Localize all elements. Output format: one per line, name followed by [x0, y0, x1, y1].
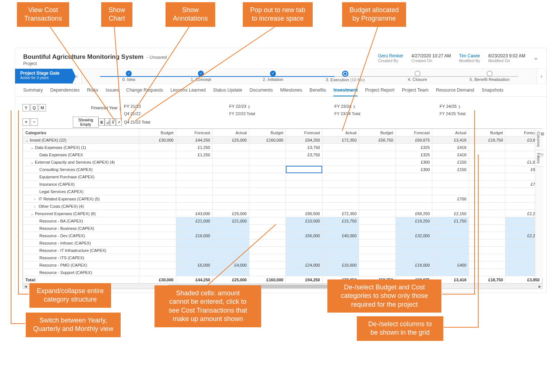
value-cell[interactable]: [322, 203, 359, 210]
header-expand-button[interactable]: ⌄: [533, 53, 538, 61]
value-cell[interactable]: [322, 144, 359, 151]
value-cell[interactable]: [432, 254, 469, 261]
header-meta-value[interactable]: Gero Renker: [378, 53, 404, 58]
value-cell[interactable]: £16,000: [176, 232, 213, 239]
value-cell[interactable]: [249, 269, 286, 276]
column-header-forecast[interactable]: Forecast: [395, 129, 432, 136]
category-cell[interactable]: Resource - Business (CAPEX): [23, 225, 139, 232]
value-cell[interactable]: £4,000: [213, 261, 249, 269]
value-cell[interactable]: [432, 181, 469, 188]
category-cell[interactable]: Insurance (CAPEX): [23, 181, 139, 188]
value-cell[interactable]: [213, 254, 249, 261]
value-cell[interactable]: [176, 269, 213, 276]
value-cell[interactable]: [322, 195, 359, 203]
value-cell[interactable]: [286, 158, 323, 166]
value-cell[interactable]: [395, 254, 432, 261]
value-cell[interactable]: [176, 173, 213, 181]
fy-header[interactable]: FY 21/22: [122, 104, 227, 111]
value-cell[interactable]: [359, 261, 396, 269]
expand-all-button[interactable]: +: [22, 118, 30, 126]
value-cell[interactable]: [322, 225, 359, 232]
value-cell[interactable]: [139, 166, 176, 173]
value-cell[interactable]: [359, 203, 396, 210]
value-cell[interactable]: [213, 151, 249, 158]
value-cell[interactable]: [359, 166, 396, 173]
category-cell[interactable]: Resource - BA (CAPEX): [23, 217, 139, 225]
value-cell[interactable]: [469, 173, 505, 181]
period-year-button[interactable]: Y: [22, 104, 30, 111]
value-cell[interactable]: £6,000: [176, 261, 213, 269]
value-cell[interactable]: [469, 232, 505, 239]
value-cell[interactable]: [322, 247, 359, 254]
value-cell[interactable]: [432, 188, 469, 195]
value-cell[interactable]: [469, 247, 505, 254]
value-cell[interactable]: [359, 181, 396, 188]
tab-documents[interactable]: Documents: [249, 88, 273, 96]
popout-button[interactable]: ↗: [116, 118, 122, 126]
tab-risks[interactable]: Risks: [87, 88, 98, 96]
value-cell[interactable]: [139, 203, 176, 210]
value-cell[interactable]: [139, 181, 176, 188]
value-cell[interactable]: £69,875: [395, 136, 432, 144]
stage-4-closure[interactable]: 4. Closure: [381, 71, 454, 82]
value-cell[interactable]: [139, 188, 176, 195]
value-cell[interactable]: [213, 239, 249, 247]
value-cell[interactable]: [359, 158, 396, 166]
value-cell[interactable]: [286, 225, 323, 232]
value-cell[interactable]: [139, 210, 176, 217]
tab-project-team[interactable]: Project Team: [402, 88, 429, 96]
value-cell[interactable]: £10,500: [286, 217, 323, 225]
value-cell[interactable]: [469, 254, 505, 261]
value-cell[interactable]: [322, 269, 359, 276]
value-cell[interactable]: £400: [432, 261, 469, 269]
tab-investment[interactable]: Investment: [333, 88, 358, 96]
category-cell[interactable]: Legal Services (CAPEX): [23, 188, 139, 195]
value-cell[interactable]: £300: [395, 158, 432, 166]
category-cell[interactable]: Consulting Services (CAPEX): [23, 166, 139, 173]
category-cell[interactable]: ⌄Invest (CAPEX) (22): [23, 136, 139, 144]
value-cell[interactable]: [359, 210, 396, 217]
value-cell[interactable]: [322, 173, 359, 181]
value-cell[interactable]: [213, 158, 249, 166]
value-cell[interactable]: [469, 166, 505, 173]
value-cell[interactable]: [286, 181, 323, 188]
value-cell[interactable]: [469, 203, 505, 210]
value-cell[interactable]: £94,250: [286, 136, 323, 144]
value-cell[interactable]: [176, 225, 213, 232]
tab-benefits[interactable]: Benefits: [309, 88, 326, 96]
value-cell[interactable]: [249, 239, 286, 247]
value-cell[interactable]: [432, 173, 469, 181]
value-cell[interactable]: [249, 225, 286, 232]
column-header-actual[interactable]: Actual: [432, 129, 469, 136]
value-cell[interactable]: [176, 181, 213, 188]
category-cell[interactable]: Resource - Support (CAPEX): [23, 269, 139, 276]
value-cell[interactable]: [469, 144, 505, 151]
value-cell[interactable]: [322, 158, 359, 166]
category-cell[interactable]: ⌄External Capacity and Services (CAPEX) …: [23, 158, 139, 166]
collapse-all-button[interactable]: −: [31, 118, 38, 126]
value-cell[interactable]: [139, 254, 176, 261]
column-header-actual[interactable]: Actual: [322, 129, 359, 136]
value-cell[interactable]: [249, 173, 286, 181]
value-cell[interactable]: [249, 247, 286, 254]
value-cell[interactable]: [249, 144, 286, 151]
value-cell[interactable]: [213, 232, 249, 239]
value-cell[interactable]: [249, 254, 286, 261]
value-cell[interactable]: [359, 173, 396, 181]
value-cell[interactable]: [469, 217, 505, 225]
header-meta-value[interactable]: Tim Cawte: [459, 53, 480, 58]
value-cell[interactable]: [176, 158, 213, 166]
value-cell[interactable]: £43,000: [176, 210, 213, 217]
value-cell[interactable]: [359, 239, 396, 247]
value-cell[interactable]: [139, 158, 176, 166]
value-cell[interactable]: [176, 188, 213, 195]
fy-header[interactable]: FY 22/23 ❯: [227, 104, 332, 111]
value-cell[interactable]: [395, 195, 432, 203]
showing-empty-toggle[interactable]: Showing Empty: [73, 117, 99, 128]
value-cell[interactable]: £18,000: [395, 261, 432, 269]
value-cell[interactable]: [213, 181, 249, 188]
stage-5-benefit-realisation[interactable]: 5. Benefit Realisation: [454, 71, 526, 82]
stage-0-idea[interactable]: ✓0. Idea: [93, 71, 165, 82]
value-cell[interactable]: £418: [432, 151, 469, 158]
value-cell[interactable]: £69,250: [395, 210, 432, 217]
